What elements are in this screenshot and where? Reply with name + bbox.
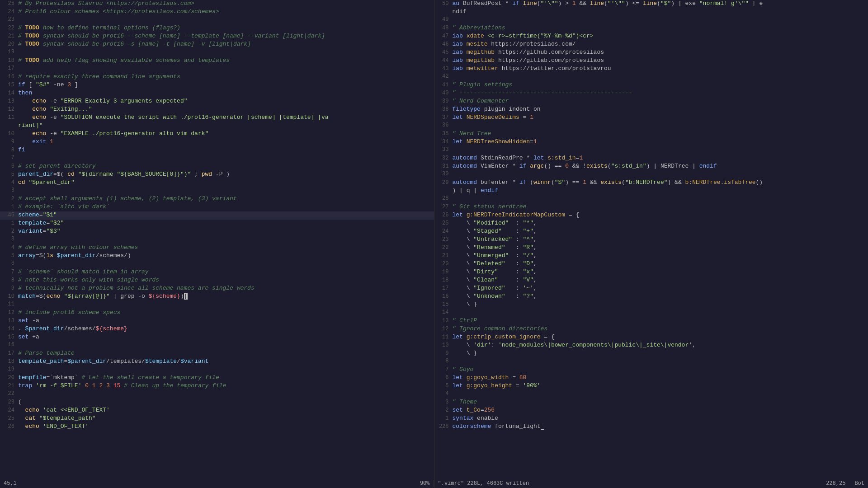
table-row: 13 " CtrlP [434,317,868,325]
right-position: 228,25 [826,480,845,487]
table-row: 34 let NERDTreeShowHidden=1 [434,138,868,146]
table-row: 9 exit 1 [0,138,434,146]
table-row: 9 \ } [434,350,868,358]
table-row: 49 [434,16,868,24]
table-row: 26 let g:NERDTreeIndicatorMapCustom = { [434,211,868,220]
table-row: 16 \ "Unknown" : "?", [434,293,868,301]
right-status-line: ".vimrc" 228L, 4663C written 228,25 Bot [434,479,868,488]
table-row: 21 # TODO syntax should be prot16 --sche… [0,33,434,41]
table-row: 47 iab xdate <c-r>=strftime("%Y-%m-%d")<… [434,33,868,41]
table-row: 25 \ "Modified" : "*", [434,220,868,228]
table-row: 20 # TODO syntax should be prot16 -s [na… [0,41,434,49]
table-row: 22 \ "Renamed" : "R", [434,244,868,252]
table-row: 11 echo -e "SOLUTION execute the script … [0,114,434,122]
table-row: 18 \ "Clean" : "V", [434,277,868,285]
table-row: 7 # `scheme` should match item in array [0,268,434,277]
table-row: 14 . $parent_dir/schemes/${scheme} [0,325,434,333]
table-row: 6 # set parent directory [0,163,434,171]
table-row: 13 echo -e "ERROR Exactly 3 arguments ex… [0,98,434,106]
table-row: 10 match=$(echo "${array[@]}" | grep -o … [0,293,434,301]
table-row: 19 [0,49,434,57]
table-row: 25 cat "$template_path" [0,415,434,423]
table-row: 44 iab megitlab https://gitlab.com/prote… [434,57,868,65]
table-row: ) | q | endif [434,187,868,195]
left-percent: 90% [420,480,430,487]
table-row: 19 \ "Dirty" : "x", [434,268,868,277]
table-row: 37 let NERDSpaceDelims = 1 [434,114,868,122]
table-row: 35 " Nerd Tree [434,130,868,138]
table-row: 48 " Abbreviations [434,24,868,33]
table-row: 12 " Ignore common directories [434,325,868,333]
table-row: 26 echo 'END_OF_TEXT' [0,423,434,431]
table-row: 15 if [ "$#" -ne 3 ] [0,81,434,89]
table-row: ndif [434,8,868,16]
table-row: 8 [434,358,868,366]
table-row: 19 [0,366,434,374]
table-row: 7 [0,155,434,163]
table-row: 12 # include prot16 scheme specs [0,309,434,317]
table-row: 16 [0,342,434,350]
left-status-bar: 45,1 90% [0,480,434,487]
table-row: 18 template_path=$parent_dir/templates/$… [0,358,434,366]
table-row: 1 syntax enable [434,415,868,423]
table-row: 18 # TODO add help flag showing availabl… [0,57,434,65]
table-row: 24 echo 'cat <<END_OF_TEXT' [0,407,434,415]
table-row: 2 variant="$3" [0,228,434,236]
table-row: 5 let g:goyo_height = '90%' [434,382,868,390]
table-row: 20 tempfile=`mktemp` # Let the shell cre… [0,374,434,382]
left-code-content: 25 # By Protesilaos Stavrou <https://pro… [0,0,434,479]
table-row: 11 [0,301,434,309]
table-row: 12 echo "Exiting..." [0,106,434,114]
table-row: 15 \ } [434,301,868,309]
table-row: 24 \ "Staged" : "+", [434,228,868,236]
left-status-line: 45,1 90% [0,479,434,488]
table-row: 14 [434,309,868,317]
table-row: 28 [434,195,868,203]
table-row: 2 # accept shell arguments (1) scheme, (… [0,195,434,203]
table-row: 43 iab metwitter https://twitter.com/pro… [434,65,868,73]
table-row: 3 [0,187,434,195]
table-row: 3 " Theme [434,399,868,407]
table-row: 13 set -a [0,317,434,325]
table-row: 17 # Parse template [0,350,434,358]
right-pane: 50 au BufReadPost * if line("'\"") > 1 &… [434,0,868,488]
table-row: 23 ( [0,399,434,407]
right-code-content: 50 au BufReadPost * if line("'\"") > 1 &… [434,0,868,479]
table-row: 27 " Git status nerdtree [434,203,868,211]
table-row: 36 [434,122,868,130]
table-row: 32 autocmd StdinReadPre * let s:std_in=1 [434,155,868,163]
table-row: 20 \ "Deleted" : "D", [434,260,868,268]
table-row: 2 set t_Co=256 [434,407,868,415]
table-row: 46 iab mesite https://protesilaos.com/ [434,41,868,49]
table-row: 14 then [0,89,434,98]
table-row: 1 template="$2" [0,220,434,228]
table-row: 8 # note this works only with single wor… [0,277,434,285]
table-row: 10 \ 'dir': 'node_modules\|bower_compone… [434,342,868,350]
table-row: 24 # Prot16 colour schemes <https://prot… [0,8,434,16]
table-row: 6 let g:goyo_width = 80 [434,374,868,382]
table-row: 22 [0,390,434,399]
table-row: 4 # define array with colour schemes [0,244,434,252]
table-row: 23 \ "Untracked" : "^", [434,236,868,244]
right-status-bar: ".vimrc" 228L, 4663C written 228,25 Bot [434,480,868,487]
table-row: 5 array=$(ls $parent_dir/schemes/) [0,252,434,260]
table-row: 39 " Nerd Commenter [434,98,868,106]
table-row: 38 filetype plugin indent on [434,106,868,114]
table-row: 40 " -----------------------------------… [434,89,868,98]
table-row: 25 # By Protesilaos Stavrou <https://pro… [0,0,434,8]
vim-mode-indicator: Bot [854,480,864,487]
table-row: 15 set +a [0,333,434,342]
table-row: 16 # require exactly three command line … [0,73,434,81]
table-row: 23 [0,16,434,24]
table-row: 7 " Goyo [434,366,868,374]
table-row: 17 \ "Ignored" : '~', [434,285,868,293]
table-row: 33 [434,146,868,155]
table-row: 6 [0,260,434,268]
left-pane: 25 # By Protesilaos Stavrou <https://pro… [0,0,434,488]
table-row: 8 fi [0,146,434,155]
table-row: 29 autocmd bufenter * if (winnr("$") == … [434,179,868,187]
table-row: 21 trap 'rm -f $FILE' 0 1 2 3 15 # Clean… [0,382,434,390]
right-filename: ".vimrc" 228L, 4663C written [438,480,529,487]
table-row: 45 scheme="$1" [0,211,434,220]
table-row: 11 let g:ctrlp_custom_ignore = { [434,333,868,342]
